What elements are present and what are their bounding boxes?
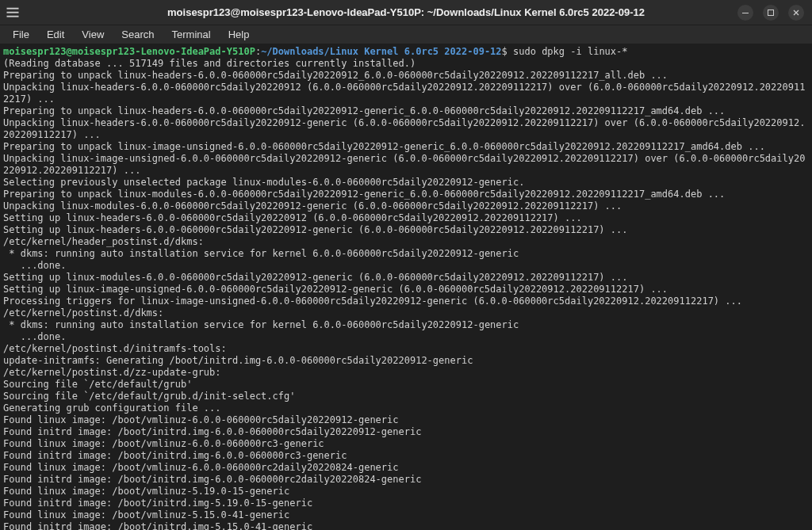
terminal-line: Unpacking linux-headers-6.0.0-060000rc5d… (3, 82, 809, 105)
terminal-line: update-initramfs: Generating /boot/initr… (3, 355, 809, 367)
terminal-line: /etc/kernel/header_postinst.d/dkms: (3, 236, 809, 248)
prompt-path: ~/Downloads/Linux Kernel 6.0rc5 2022-09-… (261, 46, 501, 57)
terminal-line: Found initrd image: /boot/initrd.img-5.1… (3, 521, 809, 530)
terminal-line: Found initrd image: /boot/initrd.img-6.0… (3, 450, 809, 462)
terminal-line: Setting up linux-headers-6.0.0-060000rc5… (3, 224, 809, 236)
svg-rect-4 (768, 10, 774, 15)
menu-file[interactable]: File (5, 27, 37, 42)
window-controls (737, 5, 807, 21)
terminal-line: Found linux image: /boot/vmlinuz-6.0.0-0… (3, 438, 809, 450)
terminal-line: ...done. (3, 331, 809, 343)
terminal-line: moisespr123@moisespr123-Lenovo-IdeaPad-Y… (3, 46, 809, 58)
terminal-line: Found initrd image: /boot/initrd.img-6.0… (3, 426, 809, 438)
terminal-line: Found linux image: /boot/vmlinuz-6.0.0-0… (3, 462, 809, 474)
terminal-line: Preparing to unpack linux-headers-6.0.0-… (3, 105, 809, 117)
terminal-line: Preparing to unpack linux-image-unsigned… (3, 141, 809, 153)
app-menu-icon[interactable] (5, 5, 21, 21)
terminal-line: Unpacking linux-image-unsigned-6.0.0-060… (3, 153, 809, 177)
menu-terminal[interactable]: Terminal (164, 27, 219, 42)
terminal-line: (Reading database ... 517149 files and d… (3, 58, 809, 70)
terminal-line: Preparing to unpack linux-headers-6.0.0-… (3, 70, 809, 82)
terminal-line: /etc/kernel/postinst.d/initramfs-tools: (3, 343, 809, 355)
terminal-line: Found linux image: /boot/vmlinuz-5.15.0-… (3, 509, 809, 521)
prompt-dollar: $ (502, 46, 513, 57)
terminal-line: /etc/kernel/postinst.d/dkms: (3, 307, 809, 319)
close-button[interactable] (788, 5, 804, 21)
terminal-line: ...done. (3, 260, 809, 272)
terminal-line: Processing triggers for linux-image-unsi… (3, 296, 809, 307)
terminal-line: Found initrd image: /boot/initrd.img-5.1… (3, 498, 809, 509)
terminal-line: Sourcing file `/etc/default/grub' (3, 379, 809, 391)
terminal-line: Setting up linux-modules-6.0.0-060000rc5… (3, 272, 809, 284)
terminal-line: * dkms: running auto installation servic… (3, 248, 809, 260)
terminal-line: Unpacking linux-headers-6.0.0-060000rc5d… (3, 117, 809, 141)
terminal-line: Preparing to unpack linux-modules-6.0.0-… (3, 189, 809, 200)
terminal-line: Generating grub configuration file ... (3, 402, 809, 414)
menu-help[interactable]: Help (220, 27, 258, 42)
terminal-line: /etc/kernel/postinst.d/zz-update-grub: (3, 367, 809, 379)
terminal-line: Setting up linux-image-unsigned-6.0.0-06… (3, 284, 809, 296)
menubar: File Edit View Search Terminal Help (0, 25, 812, 44)
terminal-line: Selecting previously unselected package … (3, 177, 809, 189)
menu-search[interactable]: Search (113, 27, 162, 42)
window-title: moisespr123@moisespr123-Lenovo-IdeaPad-Y… (0, 6, 812, 18)
terminal-line: Found linux image: /boot/vmlinuz-5.19.0-… (3, 486, 809, 498)
terminal-output[interactable]: moisespr123@moisespr123-Lenovo-IdeaPad-Y… (0, 44, 812, 530)
minimize-button[interactable] (737, 5, 753, 21)
command-text: sudo dpkg -i linux-* (513, 46, 628, 57)
terminal-line: Unpacking linux-modules-6.0.0-060000rc5d… (3, 200, 809, 212)
svg-rect-3 (742, 13, 749, 13)
svg-rect-1 (7, 11, 19, 13)
terminal-line: Found initrd image: /boot/initrd.img-6.0… (3, 474, 809, 486)
terminal-line: Sourcing file `/etc/default/grub.d/init-… (3, 391, 809, 402)
window-titlebar: moisespr123@moisespr123-Lenovo-IdeaPad-Y… (0, 0, 812, 25)
svg-rect-0 (7, 7, 19, 9)
svg-rect-2 (7, 15, 19, 17)
prompt-user-host: moisespr123@moisespr123-Lenovo-IdeaPad-Y… (3, 46, 255, 57)
terminal-line: Setting up linux-headers-6.0.0-060000rc5… (3, 212, 809, 224)
terminal-line: * dkms: running auto installation servic… (3, 319, 809, 331)
menu-view[interactable]: View (74, 27, 112, 42)
terminal-line: Found linux image: /boot/vmlinuz-6.0.0-0… (3, 414, 809, 426)
maximize-button[interactable] (763, 5, 779, 21)
menu-edit[interactable]: Edit (39, 27, 72, 42)
